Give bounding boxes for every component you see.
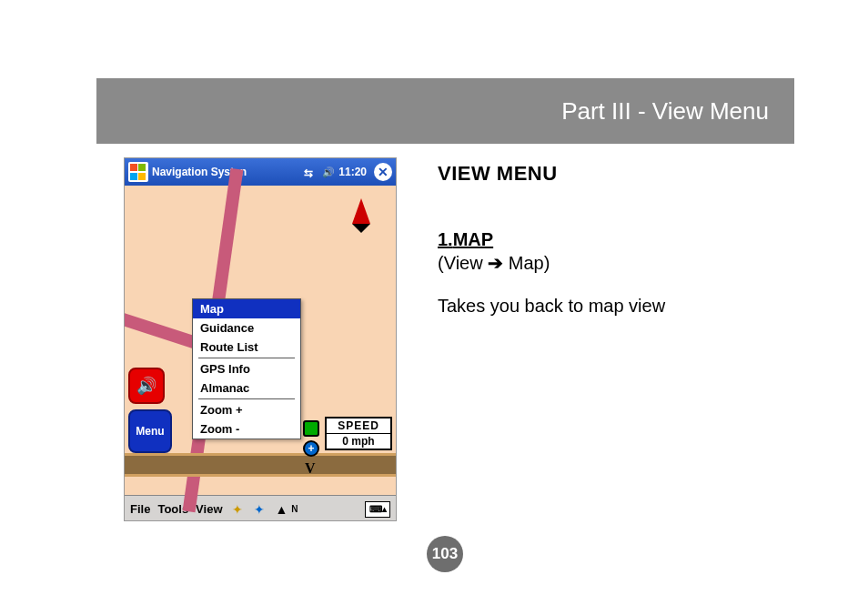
content-column: VIEW MENU 1.MAP (View ➔ Map) Takes you b… — [438, 162, 783, 317]
menu-file[interactable]: File — [130, 502, 150, 516]
gps-status-icon — [303, 420, 319, 437]
speed-indicator: SPEED 0 mph — [325, 417, 392, 450]
windows-logo-icon — [128, 162, 148, 182]
compass-icon: ▲ — [276, 502, 288, 517]
menu-path: (View ➔ Map) — [438, 252, 783, 274]
view-popup-menu: Map Guidance Route List GPS Info Almanac… — [192, 298, 301, 439]
volume-icon — [322, 166, 335, 178]
zoom-plus-icon[interactable]: + — [303, 440, 319, 457]
menu-item-gps-info[interactable]: GPS Info — [193, 359, 300, 378]
page-number-badge: 103 — [427, 536, 463, 572]
sync-icon — [304, 166, 318, 177]
item-name: MAP — [453, 229, 493, 249]
menu-item-map[interactable]: Map — [193, 299, 300, 318]
header-title: Part III - View Menu — [561, 97, 769, 126]
satellite-icon: ✦ — [232, 502, 243, 517]
menu-item-guidance[interactable]: Guidance — [193, 318, 300, 338]
menu-button[interactable]: Menu — [128, 409, 172, 453]
subsection: 1.MAP (View ➔ Map) — [438, 229, 783, 274]
menu-separator — [198, 358, 295, 358]
keyboard-icon[interactable]: ⌨▴ — [365, 501, 390, 518]
menu-item-zoom-out[interactable]: Zoom - — [193, 419, 300, 439]
decorative-letter: V — [305, 460, 316, 477]
pda-titlebar: Navigation Systen 11:20 ✕ — [125, 158, 396, 186]
arrow-icon: ➔ — [488, 253, 503, 273]
route-icon: ✦ — [254, 502, 265, 517]
section-heading: VIEW MENU — [438, 162, 783, 186]
pda-screenshot: Navigation Systen 11:20 ✕ 🔊 Menu Map Gui… — [124, 157, 397, 521]
mute-button[interactable]: 🔊 — [128, 368, 165, 404]
speed-value: 0 mph — [327, 434, 390, 449]
close-icon[interactable]: ✕ — [374, 163, 392, 181]
speed-label: SPEED — [327, 418, 390, 434]
menu-separator — [198, 398, 295, 399]
menu-item-almanac[interactable]: Almanac — [193, 378, 300, 398]
menu-item-zoom-in[interactable]: Zoom + — [193, 400, 300, 419]
map-canvas: 🔊 Menu Map Guidance Route List GPS Info … — [125, 186, 396, 495]
item-number: 1. — [438, 229, 453, 249]
north-arrow-icon — [352, 198, 370, 224]
header-bar: Part III - View Menu — [96, 78, 794, 144]
menu-item-route-list[interactable]: Route List — [193, 338, 300, 357]
pda-menubar: File Tools View ✦ ✦ ▲ N ⌨▴ — [125, 495, 396, 521]
map-road — [124, 453, 397, 477]
clock: 11:20 — [338, 166, 367, 178]
description-text: Takes you back to map view — [438, 296, 783, 317]
menu-view[interactable]: View — [196, 502, 222, 516]
compass-label: N — [291, 504, 298, 514]
